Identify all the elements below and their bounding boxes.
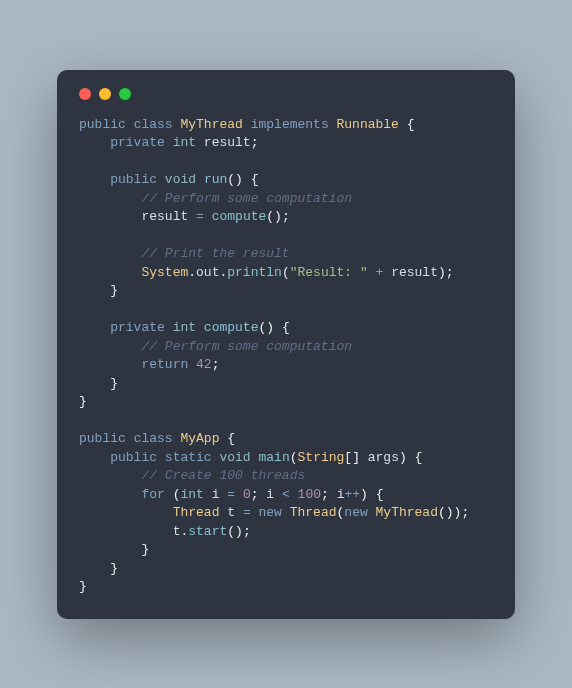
brace: { (407, 117, 415, 132)
semicolon: ; (251, 135, 259, 150)
maximize-icon[interactable] (119, 88, 131, 100)
paren: ( (438, 505, 446, 520)
identifier: args (368, 450, 399, 465)
semicolon: ; (461, 505, 469, 520)
paren: ( (282, 265, 290, 280)
semicolon: ; (212, 357, 220, 372)
keyword: class (134, 117, 173, 132)
brace: } (79, 579, 87, 594)
function: compute (212, 209, 267, 224)
minimize-icon[interactable] (99, 88, 111, 100)
paren: ) (399, 450, 407, 465)
paren: ( (227, 524, 235, 539)
keyword: return (141, 357, 188, 372)
class-name: MyApp (180, 431, 219, 446)
identifier: i (266, 487, 274, 502)
code-window: public class MyThread implements Runnabl… (57, 70, 515, 619)
paren: ( (290, 450, 298, 465)
keyword: public (79, 117, 126, 132)
paren: ) (360, 487, 368, 502)
semicolon: ; (282, 209, 290, 224)
brace: { (376, 487, 384, 502)
brace: } (141, 542, 149, 557)
number: 42 (196, 357, 212, 372)
class-name: MyThread (376, 505, 438, 520)
keyword: public (110, 172, 157, 187)
type: int (173, 135, 196, 150)
type: int (180, 487, 203, 502)
paren: ) (274, 209, 282, 224)
keyword: static (165, 450, 212, 465)
semicolon: ; (321, 487, 329, 502)
paren: ) (235, 524, 243, 539)
comment: // Perform some computation (141, 191, 352, 206)
keyword: new (344, 505, 367, 520)
identifier: i (212, 487, 220, 502)
brace: { (227, 431, 235, 446)
number: 0 (243, 487, 251, 502)
close-icon[interactable] (79, 88, 91, 100)
comment: // Print the result (141, 246, 289, 261)
identifier: result (204, 135, 251, 150)
identifier: t (227, 505, 235, 520)
number: 100 (298, 487, 321, 502)
identifier: result (391, 265, 438, 280)
window-controls (79, 88, 493, 100)
brace: { (282, 320, 290, 335)
paren: ( (266, 209, 274, 224)
function: println (227, 265, 282, 280)
operator: ++ (344, 487, 360, 502)
operator: = (243, 505, 251, 520)
string: "Result: " (290, 265, 368, 280)
type: int (173, 320, 196, 335)
operator: = (227, 487, 235, 502)
keyword: implements (251, 117, 329, 132)
keyword: private (110, 135, 165, 150)
comment: // Perform some computation (141, 339, 352, 354)
type: String (298, 450, 345, 465)
function: start (188, 524, 227, 539)
function: main (259, 450, 290, 465)
class-name: Thread (173, 505, 220, 520)
comment: // Create 100 threads (141, 468, 305, 483)
class-name: Thread (290, 505, 337, 520)
keyword: class (134, 431, 173, 446)
keyword: private (110, 320, 165, 335)
identifier: result (141, 209, 188, 224)
brackets: [] (344, 450, 360, 465)
paren: ) (266, 320, 274, 335)
function: run (204, 172, 227, 187)
class-name: MyThread (180, 117, 242, 132)
brace: { (251, 172, 259, 187)
semicolon: ; (446, 265, 454, 280)
paren: ) (438, 265, 446, 280)
paren: ) (235, 172, 243, 187)
brace: } (110, 561, 118, 576)
type: void (219, 450, 250, 465)
dot: . (188, 265, 196, 280)
keyword: public (110, 450, 157, 465)
paren: ) (446, 505, 454, 520)
type: void (165, 172, 196, 187)
keyword: public (79, 431, 126, 446)
operator: < (282, 487, 290, 502)
function: compute (204, 320, 259, 335)
semicolon: ; (251, 487, 259, 502)
keyword: for (141, 487, 164, 502)
keyword: new (259, 505, 282, 520)
semicolon: ; (243, 524, 251, 539)
identifier: out (196, 265, 219, 280)
brace: } (79, 394, 87, 409)
class-name: System (141, 265, 188, 280)
operator: = (196, 209, 204, 224)
paren: ( (227, 172, 235, 187)
operator: + (376, 265, 384, 280)
code-block: public class MyThread implements Runnabl… (79, 116, 493, 597)
brace: { (415, 450, 423, 465)
class-name: Runnable (337, 117, 399, 132)
brace: } (110, 283, 118, 298)
brace: } (110, 376, 118, 391)
